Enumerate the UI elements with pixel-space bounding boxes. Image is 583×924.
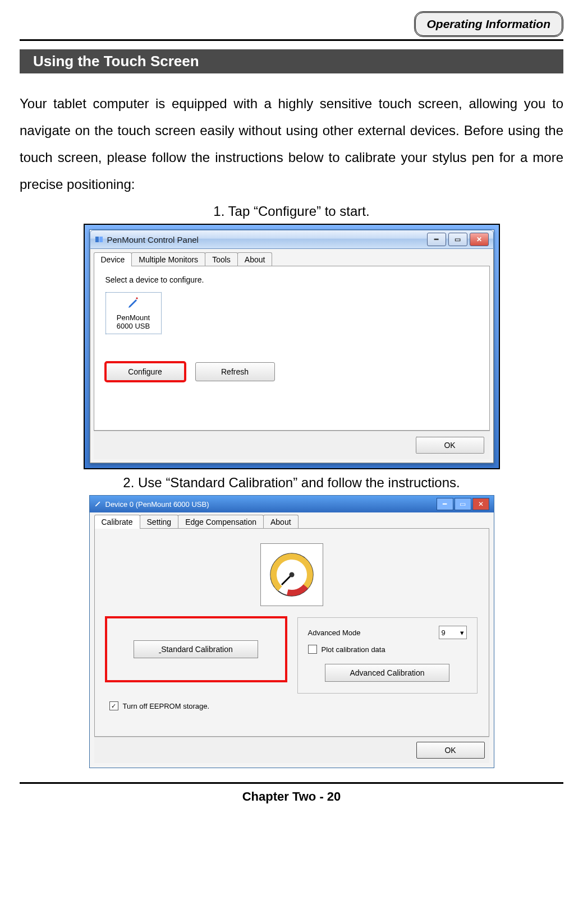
advanced-mode-label: Advanced Mode	[308, 629, 361, 637]
top-rule	[20, 39, 563, 41]
window-title: PenMount Control Panel	[107, 235, 427, 244]
close-button[interactable]: ✕	[472, 498, 489, 510]
section-heading: Using the Touch Screen	[20, 49, 563, 73]
bottom-rule	[20, 782, 563, 784]
intro-paragraph: Your tablet computer is equipped with a …	[20, 90, 563, 198]
maximize-button[interactable]: ▭	[455, 498, 471, 510]
plot-checkbox[interactable]	[308, 645, 317, 654]
pane-instruction: Select a device to configure.	[105, 275, 478, 284]
minimize-button[interactable]: ━	[437, 498, 453, 510]
device-name: PenMount6000 USB	[108, 313, 159, 330]
svg-rect-1	[99, 237, 103, 242]
app-icon	[95, 235, 104, 244]
window-title: Device 0 (PenMount 6000 USB)	[105, 500, 209, 509]
gauge-icon	[260, 543, 323, 606]
tab-calibrate[interactable]: Calibrate	[94, 515, 140, 529]
tab-edge-compensation[interactable]: Edge Compensation	[178, 515, 264, 529]
penmount-control-panel: PenMount Control Panel ━ ▭ ✕ Device Mult…	[89, 229, 494, 464]
pen-icon	[94, 500, 102, 509]
header-badge: Operating Information	[414, 11, 564, 37]
eeprom-checkbox[interactable]: ✓	[109, 701, 118, 710]
page-footer: Chapter Two - 20	[20, 789, 563, 821]
ok-button[interactable]: OK	[416, 437, 484, 454]
tab-tools[interactable]: Tools	[205, 252, 238, 266]
svg-point-6	[289, 572, 294, 578]
plot-label: Plot calibration data	[322, 645, 385, 654]
advanced-calibration-button[interactable]: Advanced Calibration	[325, 664, 449, 682]
tab-about[interactable]: About	[263, 515, 299, 529]
minimize-button[interactable]: ━	[427, 233, 446, 246]
refresh-button[interactable]: Refresh	[195, 362, 275, 381]
step2-caption: 2. Use “Standard Calibration” and follow…	[20, 475, 563, 491]
device-calibration-window: Device 0 (PenMount 6000 USB) ━ ▭ ✕ Calib…	[89, 495, 494, 768]
device-item[interactable]: PenMount6000 USB	[105, 292, 162, 334]
ok-button[interactable]: OK	[416, 742, 485, 759]
tab-multiple-monitors[interactable]: Multiple Monitors	[131, 252, 205, 266]
close-button[interactable]: ✕	[470, 233, 489, 246]
eeprom-label: Turn off EEPROM storage.	[123, 702, 210, 710]
standard-calibration-button[interactable]: Standard Calibration	[134, 640, 258, 658]
tab-device[interactable]: Device	[94, 252, 132, 266]
step1-caption: 1. Tap “Configure” to start.	[20, 204, 563, 219]
tab-about[interactable]: About	[237, 252, 273, 266]
svg-rect-0	[95, 237, 99, 242]
tab-setting[interactable]: Setting	[140, 515, 179, 529]
maximize-button[interactable]: ▭	[448, 233, 467, 246]
configure-button[interactable]: Configure	[105, 362, 185, 381]
chevron-down-icon: ▾	[460, 629, 464, 637]
advanced-mode-dropdown[interactable]: 9▾	[439, 626, 467, 639]
pen-icon	[108, 296, 159, 313]
